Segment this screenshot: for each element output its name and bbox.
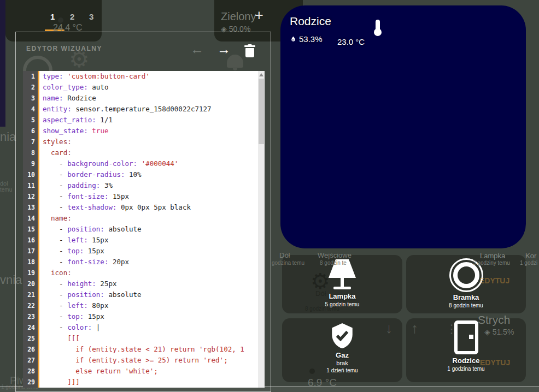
preview-card-title: Rodzice [290,15,331,28]
code-text: - color: | [39,322,100,333]
code-line[interactable]: 29 ]]] [23,377,265,388]
mini-card-gaz[interactable]: Gaz brak 1 dzień temu [282,318,402,382]
gate-ring-icon [449,258,483,292]
code-text: - top: 15px [39,246,104,257]
humidity-icon [290,35,297,43]
code-line[interactable]: 4entity: sensor.temperature_158d00022c71… [23,104,265,115]
line-number: 21 [23,289,39,300]
code-line[interactable]: 9 - background-color: '#000044' [23,158,265,169]
code-line[interactable]: 19 icon: [23,268,265,278]
line-number: 10 [23,169,39,180]
code-line[interactable]: 27 if (entity.state >= 25) return 'red'; [23,355,265,366]
line-number: 12 [23,191,39,202]
bg-zielony-title: Zielony [221,10,256,23]
add-icon[interactable]: + [255,7,263,24]
tab-3[interactable]: 3 [89,12,93,21]
preview-card-rodzice[interactable]: Rodzice 53.3% 23.0 °C [280,5,526,248]
code-line[interactable]: 26 if (entity.state < 21) return 'rgb(10… [23,344,265,355]
line-number: 22 [23,300,39,311]
line-number: 8 [23,147,39,158]
code-line[interactable]: 12 - font-size: 15px [23,191,265,202]
line-number: 9 [23,158,39,169]
line-number: 5 [23,115,39,126]
code-line[interactable]: 28 else return 'white'; [23,366,265,377]
bg-label-temu: temu [0,187,12,193]
scroll-up-arrow-icon[interactable] [259,73,263,76]
shield-check-icon [329,322,356,350]
tab-2[interactable]: 2 [70,12,74,21]
preview-humidity-row: 53.3% [290,34,323,44]
code-line[interactable]: 15 - position: absolute [23,224,265,235]
code-line[interactable]: 23 - top: 15px [23,311,265,322]
line-number: 13 [23,202,39,213]
code-line[interactable]: 17 - top: 15px [23,246,265,257]
code-line[interactable]: 2color_type: auto [23,82,265,93]
line-number: 20 [23,278,39,289]
code-text: - padding: 3% [39,180,113,191]
bg-navy-strip [0,0,5,127]
code-text: else return 'white'; [39,366,158,377]
bg-kor-label: Kor [525,252,536,260]
code-line[interactable]: 8 card: [23,147,265,158]
code-text: - border-radius: 10% [39,169,142,180]
door-icon [454,320,478,354]
line-number: 15 [23,224,39,235]
code-text: styles: [39,136,72,147]
code-line[interactable]: 5aspect_ratio: 1/1 [23,115,265,126]
mini-card-rodzice[interactable]: Rodzice 1 godzina temu [406,318,526,382]
thermometer-icon [376,20,380,31]
code-line[interactable]: 10 - border-radius: 10% [23,169,265,180]
line-number: 27 [23,355,39,366]
code-line[interactable]: 16 - left: 15px [23,235,265,246]
code-text: if (entity.state < 21) return 'rgb(102, … [39,344,244,355]
scrollbar-thumb[interactable] [259,79,264,144]
mini-card-bramka[interactable]: Bramka 8 godzin temu [406,255,526,313]
code-text: card: [39,147,72,158]
code-text: - background-color: '#000044' [39,158,178,169]
code-text: [[[ [39,333,80,344]
code-text: - font-size: 20px [39,257,129,268]
code-text: - position: absolute [39,224,142,235]
line-number: 29 [23,377,39,388]
code-line[interactable]: 25 [[[ [23,333,265,344]
line-number: 1 [23,71,39,82]
code-line[interactable]: 13 - text-shadow: 0px 0px 5px black [23,202,265,213]
code-text: - position: absolute [39,289,142,300]
code-line[interactable]: 21 - position: absolute [23,289,265,300]
tab-1[interactable]: 1 [50,12,55,21]
code-line[interactable]: 22 - left: 80px [23,300,265,311]
code-line[interactable]: 18 - font-size: 20px [23,257,265,268]
mini-card-time: 1 dzień temu [326,367,358,373]
code-line[interactable]: 1type: 'custom:button-card' [23,71,265,82]
code-text: name: Rodzice [39,93,96,104]
mini-card-state: brak [336,360,348,366]
line-number: 18 [23,257,39,268]
screenshot-root: { "bg": { "tab1": "1", "tab2": "2", "tab… [0,0,539,392]
code-line[interactable]: 14 name: [23,213,265,224]
redo-arrow-icon[interactable]: → [217,43,231,56]
code-text: name: [39,213,72,224]
yaml-code-editor[interactable]: 1type: 'custom:button-card'2color_type: … [23,71,265,388]
code-text: - height: 25px [39,278,116,289]
code-line[interactable]: 7styles: [23,136,265,147]
code-line[interactable]: 24 - color: | [23,322,265,333]
delete-card-icon[interactable] [244,44,255,57]
line-number: 24 [23,322,39,333]
code-lines: 1type: 'custom:button-card'2color_type: … [23,71,265,388]
code-line[interactable]: 6show_state: true [23,126,265,136]
code-text: type: 'custom:button-card' [39,71,150,82]
bg-gear-dol-time: 8 godzin temu [305,306,339,312]
mini-card-name: Gaz [336,351,349,359]
undo-arrow-icon[interactable]: ← [190,43,204,56]
mini-card-name: Rodzice [453,357,480,365]
mini-card-time: 1 godzina temu [447,366,484,372]
line-number: 19 [23,268,39,278]
lamp-icon [327,259,358,290]
editor-scrollbar[interactable] [258,71,265,388]
code-line[interactable]: 20 - height: 25px [23,278,265,289]
code-text: color_type: auto [39,82,108,93]
code-line[interactable]: 3name: Rodzice [23,93,265,104]
code-line[interactable]: 11 - padding: 3% [23,180,265,191]
visual-editor-toggle[interactable]: EDYTOR WIZUALNY [26,45,102,52]
mini-card-lampka[interactable]: Lampka 5 godzin temu [282,255,402,313]
